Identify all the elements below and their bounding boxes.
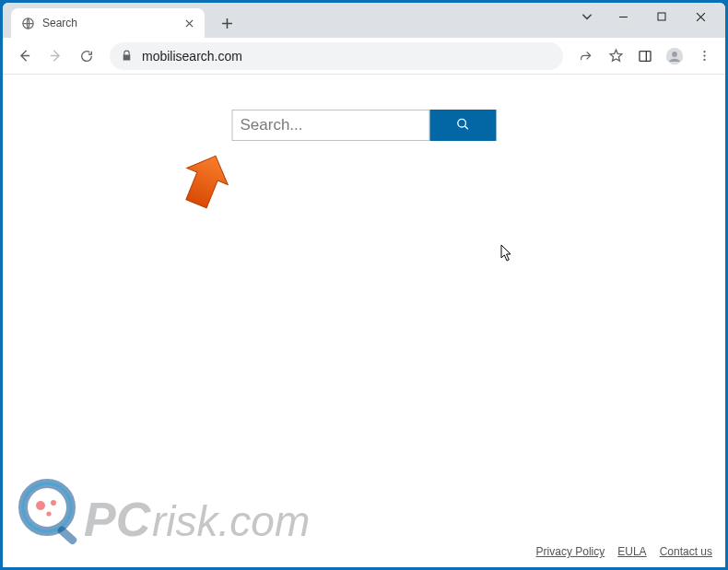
- share-icon[interactable]: [572, 42, 600, 70]
- close-tab-icon[interactable]: [182, 17, 195, 29]
- maximize-button[interactable]: [642, 3, 681, 30]
- search-form: [232, 110, 497, 141]
- close-window-button[interactable]: [681, 3, 720, 30]
- annotation-arrow-icon: [173, 152, 238, 220]
- minimize-button[interactable]: [604, 3, 642, 30]
- eula-link[interactable]: EULA: [617, 545, 646, 558]
- search-button[interactable]: [430, 110, 497, 141]
- browser-toolbar: mobilisearch.com: [3, 38, 725, 75]
- svg-point-5: [703, 51, 705, 52]
- privacy-link[interactable]: Privacy Policy: [536, 545, 605, 558]
- bookmark-star-icon[interactable]: [602, 42, 629, 70]
- menu-dots-icon[interactable]: [690, 42, 718, 70]
- globe-icon: [20, 16, 35, 30]
- search-input[interactable]: [232, 110, 430, 141]
- address-bar[interactable]: mobilisearch.com: [110, 42, 563, 70]
- svg-point-9: [23, 483, 71, 531]
- pcrisk-watermark: PC risk.com: [12, 475, 344, 562]
- browser-tab[interactable]: Search: [11, 8, 205, 38]
- watermark-pc: PC: [84, 493, 152, 546]
- mouse-cursor-icon: [500, 244, 514, 266]
- search-icon: [456, 117, 471, 134]
- url-text: mobilisearch.com: [142, 49, 242, 64]
- svg-rect-11: [56, 525, 78, 546]
- browser-window: Search: [3, 3, 725, 567]
- window-controls: [570, 3, 720, 30]
- svg-point-10: [23, 483, 71, 531]
- svg-point-13: [51, 500, 56, 506]
- footer-links: Privacy Policy EULA Contact us: [536, 545, 712, 558]
- lock-icon: [121, 50, 133, 62]
- svg-point-12: [36, 501, 45, 510]
- reload-button[interactable]: [73, 42, 100, 70]
- watermark-rest: risk.com: [152, 497, 310, 545]
- svg-point-4: [672, 52, 677, 57]
- back-button[interactable]: [10, 42, 38, 70]
- svg-point-6: [703, 54, 705, 56]
- side-panel-icon[interactable]: [631, 42, 659, 70]
- forward-button[interactable]: [41, 42, 69, 70]
- svg-rect-1: [658, 13, 665, 20]
- page-content: Privacy Policy EULA Contact us: [3, 75, 725, 567]
- svg-rect-2: [640, 51, 651, 61]
- new-tab-button[interactable]: [214, 10, 240, 36]
- chevron-down-icon[interactable]: [570, 3, 604, 30]
- svg-point-7: [703, 59, 705, 61]
- profile-avatar-icon[interactable]: [661, 42, 688, 70]
- toolbar-right: [572, 42, 718, 70]
- svg-point-14: [46, 511, 51, 516]
- tab-title: Search: [42, 17, 77, 29]
- titlebar: Search: [3, 3, 725, 38]
- contact-link[interactable]: Contact us: [660, 545, 712, 558]
- svg-point-8: [458, 119, 466, 127]
